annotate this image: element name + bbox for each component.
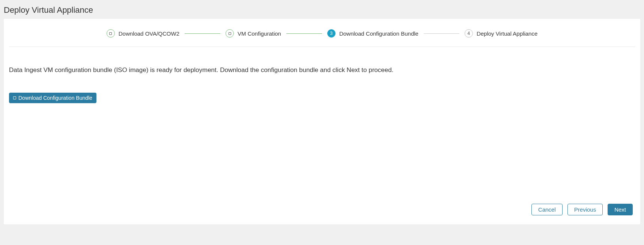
checkbox-icon xyxy=(229,32,231,35)
description-text: Data Ingest VM configuration bundle (ISO… xyxy=(9,66,635,74)
step-label: Download OVA/QCOW2 xyxy=(119,30,179,37)
step-download-config-bundle: 3 Download Configuration Bundle xyxy=(327,29,418,38)
download-config-bundle-button[interactable]: Download Configuration Bundle xyxy=(9,93,96,103)
step-circle-upcoming: 4 xyxy=(465,29,473,38)
step-label: Deploy Virtual Appliance xyxy=(477,30,537,37)
step-deploy-virtual-appliance: 4 Deploy Virtual Appliance xyxy=(465,29,537,38)
next-button[interactable]: Next xyxy=(608,204,633,215)
step-connector xyxy=(185,33,220,34)
checkbox-icon xyxy=(109,32,112,35)
step-circle-completed xyxy=(107,29,115,38)
page-title: Deploy Virtual Appliance xyxy=(0,0,644,19)
step-vm-configuration: VM Configuration xyxy=(226,29,281,38)
step-download-ova: Download OVA/QCOW2 xyxy=(107,29,179,38)
wizard-content: Data Ingest VM configuration bundle (ISO… xyxy=(4,47,640,199)
step-label: VM Configuration xyxy=(238,30,281,37)
step-circle-active: 3 xyxy=(327,29,336,38)
step-connector xyxy=(424,33,459,34)
download-icon xyxy=(13,96,16,99)
wizard-footer: Cancel Previous Next xyxy=(4,199,640,224)
step-circle-completed xyxy=(226,29,234,38)
wizard-stepper: Download OVA/QCOW2 VM Configuration 3 Do… xyxy=(9,19,635,47)
wizard-panel: Download OVA/QCOW2 VM Configuration 3 Do… xyxy=(4,19,640,224)
step-connector xyxy=(286,33,322,34)
cancel-button[interactable]: Cancel xyxy=(531,204,563,215)
download-button-label: Download Configuration Bundle xyxy=(18,95,92,101)
step-label: Download Configuration Bundle xyxy=(339,30,418,37)
previous-button[interactable]: Previous xyxy=(567,204,603,215)
